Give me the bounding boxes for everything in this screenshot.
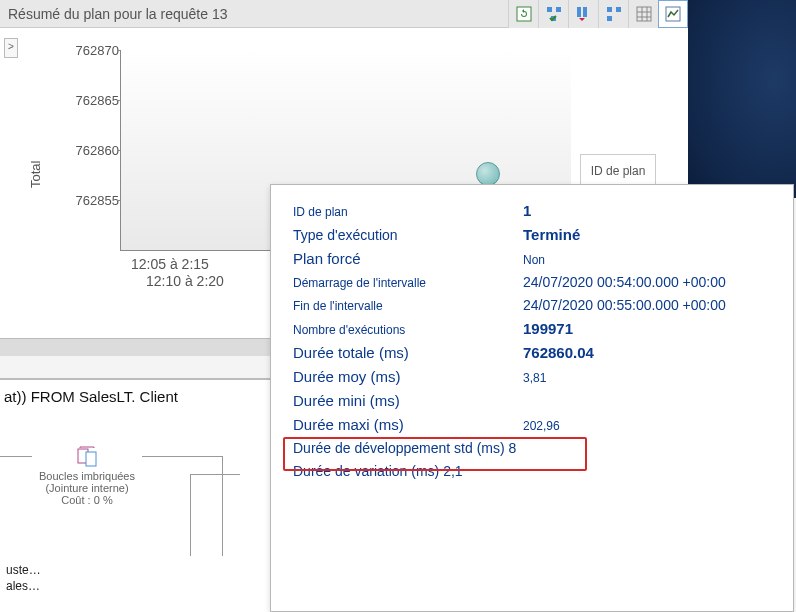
sql-text: at)) FROM SalesLT. Client [4, 380, 270, 405]
tooltip-row: Démarrage de l'intervalle 24/07/2020 00:… [293, 274, 771, 290]
tooltip-row: Durée maxi (ms)202,96 [293, 416, 771, 433]
expand-collapse-button[interactable]: > [4, 38, 18, 58]
panel-title: Résumé du plan pour la requête 13 [8, 6, 227, 22]
tooltip-row: Durée moy (ms)3,81 [293, 368, 771, 385]
tooltip-row: ID de plan1 [293, 202, 771, 219]
tooltip-label: Durée moy (ms) [293, 368, 523, 385]
plan-leaf: uste… [6, 562, 41, 578]
tooltip-value: 1 [523, 202, 771, 219]
tree-check-icon [546, 6, 562, 22]
y-tick-label: 762860 [59, 144, 119, 157]
tooltip-value: 762860.04 [523, 344, 771, 361]
tooltip-label: ID de plan [293, 205, 523, 219]
execution-plan-tree[interactable]: Boucles imbriquées (Jointure interne) Co… [0, 412, 270, 612]
tooltip-value: Terminé [523, 226, 771, 243]
tooltip-row: Durée totale (ms)762860.04 [293, 344, 771, 361]
y-tick-label: 762865 [59, 94, 119, 107]
tooltip-label: Durée maxi (ms) [293, 416, 523, 433]
svg-rect-6 [607, 7, 612, 12]
tooltip-row: Durée de variation (ms) 2,1 [293, 463, 771, 479]
plan-node-subtitle: (Jointure interne) [32, 482, 142, 494]
connector [0, 456, 32, 457]
tooltip-value: 199971 [523, 320, 771, 337]
toolbar [508, 0, 688, 28]
svg-rect-16 [86, 452, 96, 466]
plan-details-tooltip: ID de plan1Type d'exécutionTerminéPlan f… [270, 184, 794, 612]
view-map-button[interactable] [598, 0, 628, 28]
svg-rect-9 [637, 7, 651, 21]
tooltip-label: Durée de variation (ms) 2,1 [293, 463, 463, 479]
y-tick-mark [117, 100, 121, 101]
svg-rect-4 [577, 7, 581, 17]
tooltip-label: Démarrage de l'intervalle [293, 276, 523, 290]
svg-rect-7 [616, 7, 621, 12]
view-columns-button[interactable] [568, 0, 598, 28]
chart-view-button[interactable] [658, 0, 688, 28]
connector [190, 474, 240, 475]
chart-data-point[interactable] [476, 162, 500, 186]
connector [190, 474, 191, 556]
tooltip-row: Fin de l'intervalle 24/07/2020 00:55:00.… [293, 297, 771, 313]
tooltip-label: Type d'exécution [293, 227, 523, 243]
tooltip-label: Nombre d'exécutions [293, 323, 523, 337]
svg-rect-2 [556, 7, 561, 12]
svg-rect-1 [547, 7, 552, 12]
y-tick-label: 762855 [59, 194, 119, 207]
tooltip-label: Durée de développement std (ms) 8 [293, 440, 516, 456]
blocks-icon [606, 6, 622, 22]
refresh-button[interactable] [508, 0, 538, 28]
plan-node[interactable]: Boucles imbriquées (Jointure interne) Co… [32, 446, 142, 506]
y-tick-mark [117, 150, 121, 151]
tooltip-label: Durée totale (ms) [293, 344, 523, 361]
nested-loops-icon [76, 446, 98, 468]
tooltip-label: Plan forcé [293, 250, 523, 267]
panel-header: Résumé du plan pour la requête 13 [0, 0, 688, 28]
y-tick-label: 762870 [59, 44, 119, 57]
plan-node-title: Boucles imbriquées [32, 470, 142, 482]
view-tree-button[interactable] [538, 0, 568, 28]
y-tick-mark [117, 50, 121, 51]
tooltip-row: Plan forcéNon [293, 250, 771, 267]
gap [0, 356, 270, 379]
tooltip-value: 3,81 [523, 371, 771, 385]
tooltip-row: Type d'exécutionTerminé [293, 226, 771, 243]
chart-legend: ID de plan [580, 154, 656, 188]
refresh-icon [516, 6, 532, 22]
tooltip-row: Durée mini (ms) [293, 392, 771, 409]
plan-leaf: ales… [6, 578, 41, 594]
connector [142, 456, 222, 457]
y-tick-mark [117, 200, 121, 201]
plan-node-cost: Coût : 0 % [32, 494, 142, 506]
desktop-background [688, 0, 796, 198]
tooltip-value: 24/07/2020 00:54:00.000 +00:00 [523, 274, 771, 290]
tooltip-value: 202,96 [523, 419, 771, 433]
svg-rect-5 [583, 7, 587, 17]
columns-arrow-icon [576, 6, 592, 22]
grid-icon [636, 6, 652, 22]
y-axis-title: Total [28, 161, 43, 188]
svg-rect-8 [607, 16, 612, 21]
grid-view-button[interactable] [628, 0, 658, 28]
tooltip-row: Durée de développement std (ms) 8 [293, 440, 771, 456]
connector [222, 456, 223, 556]
chart-icon [665, 6, 681, 22]
tooltip-value: 24/07/2020 00:55:00.000 +00:00 [523, 297, 771, 313]
tooltip-label: Fin de l'intervalle [293, 299, 523, 313]
tooltip-value: Non [523, 253, 771, 267]
tooltip-label: Durée mini (ms) [293, 392, 523, 409]
plan-leaf-labels: uste… ales… [6, 562, 41, 594]
tooltip-row: Nombre d'exécutions199971 [293, 320, 771, 337]
